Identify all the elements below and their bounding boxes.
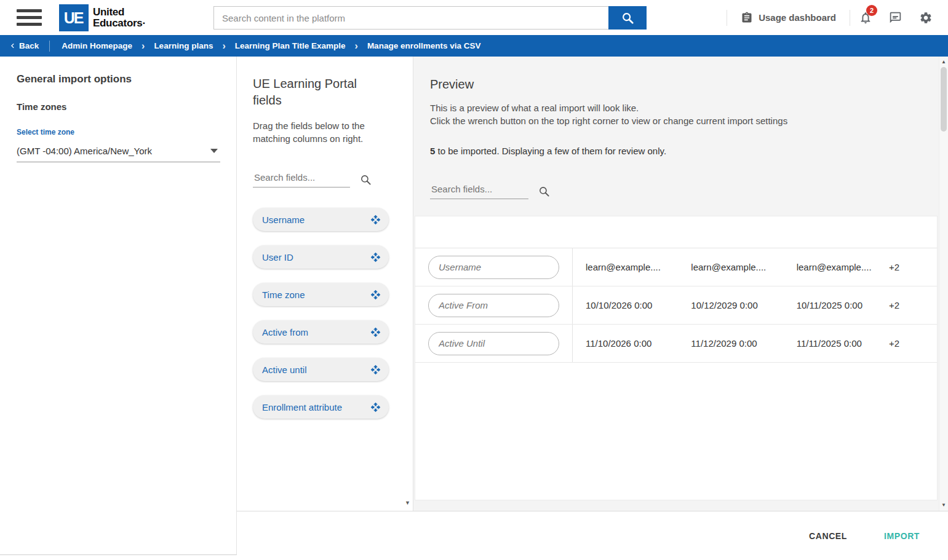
chat-icon: [889, 11, 902, 24]
fields-search: [253, 170, 413, 187]
general-import-options-panel: General import options Time zones Select…: [0, 57, 237, 555]
divider: [49, 41, 50, 52]
field-label: Username: [262, 215, 305, 225]
table-row: 10/10/2026 0:00 10/12/2029 0:00 10/11/20…: [415, 286, 937, 325]
field-mapping-cell: [415, 325, 573, 362]
chevron-right-icon: ›: [222, 41, 225, 51]
field-pill-active-until[interactable]: Active until: [253, 358, 389, 381]
table-cell: 11/12/2029 0:00: [678, 338, 783, 349]
settings-button[interactable]: [910, 0, 941, 35]
more-values-badge: +2: [889, 300, 937, 310]
timezone-select[interactable]: (GMT -04:00) America/New_York: [17, 140, 220, 162]
preview-table-header: [415, 216, 937, 248]
drag-move-icon: [370, 365, 381, 375]
vertical-scrollbar[interactable]: ▲ ▼: [939, 57, 948, 511]
panel-title: General import options: [17, 73, 219, 85]
notification-badge: 2: [866, 5, 877, 16]
brand-line1: United: [93, 7, 146, 18]
table-row: learn@example.... learn@example.... lear…: [415, 248, 937, 286]
preview-description-line1: This is a preview of what a real import …: [430, 101, 911, 114]
preview-title: Preview: [430, 77, 911, 92]
back-button[interactable]: Back: [0, 35, 49, 57]
chevron-right-icon: ›: [141, 41, 145, 51]
drag-move-icon: [370, 290, 381, 300]
breadcrumb: Back Admin Homepage › Learning plans › L…: [0, 35, 948, 57]
preview-header: Preview This is a preview of what a real…: [413, 57, 948, 199]
breadcrumb-learning-plans[interactable]: Learning plans: [154, 41, 213, 50]
select-timezone-label: Select time zone: [17, 128, 219, 136]
field-drop-target-username[interactable]: [428, 256, 559, 279]
messages-button[interactable]: [880, 0, 910, 35]
preview-search-input[interactable]: [430, 181, 528, 199]
field-pill-user-id[interactable]: User ID: [253, 245, 389, 269]
search-icon: [538, 186, 550, 197]
usage-dashboard-label: Usage dashboard: [759, 12, 836, 23]
chevron-right-icon: ›: [355, 41, 358, 51]
gear-icon: [919, 11, 933, 25]
field-mapping-cell: [415, 248, 573, 286]
drag-move-icon: [370, 215, 381, 225]
scroll-up-arrow-icon[interactable]: ▲: [939, 59, 948, 65]
table-cell: learn@example....: [784, 262, 889, 272]
more-values-badge: +2: [889, 262, 937, 272]
search-button[interactable]: [608, 6, 647, 30]
cancel-button[interactable]: CANCEL: [809, 531, 847, 541]
preview-table: learn@example.... learn@example.... lear…: [415, 216, 938, 500]
drag-move-icon: [370, 252, 381, 262]
brand-name: United Educators·: [93, 7, 146, 29]
back-label: Back: [19, 41, 39, 50]
table-cell: 10/11/2025 0:00: [784, 300, 889, 310]
field-pill-active-from[interactable]: Active from: [253, 320, 389, 344]
table-cell: 10/10/2026 0:00: [573, 300, 678, 310]
breadcrumb-admin-homepage[interactable]: Admin Homepage: [62, 41, 132, 50]
field-label: Time zone: [262, 290, 305, 300]
preview-description-line2: Click the wrench button on the top right…: [430, 114, 911, 127]
clipboard-icon: [741, 12, 753, 24]
brand-line2: Educators·: [93, 18, 146, 29]
search-input[interactable]: [213, 6, 608, 30]
field-pill-enrollment-attribute[interactable]: Enrollment attribute: [253, 395, 389, 419]
timezone-selected-value: (GMT -04:00) America/New_York: [17, 146, 152, 156]
table-cell: learn@example....: [573, 262, 678, 272]
field-mapping-cell: [415, 286, 573, 324]
field-drop-target-active-until[interactable]: [428, 332, 559, 355]
chevron-left-icon: [8, 41, 17, 50]
breadcrumb-manage-enrollments[interactable]: Manage enrollments via CSV: [367, 41, 481, 50]
scroll-down-arrow-icon[interactable]: ▼: [405, 500, 410, 506]
field-pill-username[interactable]: Username: [253, 208, 389, 231]
drag-move-icon: [370, 402, 381, 412]
drag-move-icon: [370, 327, 381, 337]
fields-search-input[interactable]: [253, 170, 350, 187]
fields-panel-instructions: Drag the fields below to the matching co…: [253, 119, 382, 145]
ue-logo-icon: UE: [59, 4, 89, 31]
import-button[interactable]: IMPORT: [884, 531, 920, 541]
field-label: Active until: [262, 365, 307, 375]
import-count-line: 5 to be imported. Displaying a few of th…: [430, 146, 911, 156]
search-icon: [621, 11, 634, 25]
field-pill-time-zone[interactable]: Time zone: [253, 283, 389, 306]
scrollbar-thumb[interactable]: [941, 67, 947, 132]
breadcrumb-trail: Admin Homepage › Learning plans › Learni…: [62, 41, 480, 51]
global-search: [213, 6, 647, 30]
chevron-down-icon: [210, 149, 218, 153]
table-row: 11/10/2026 0:00 11/12/2029 0:00 11/11/20…: [415, 325, 937, 363]
field-label: Enrollment attribute: [262, 402, 342, 412]
brand-logo: UE United Educators·: [59, 4, 146, 31]
hamburger-menu-icon[interactable]: [17, 9, 42, 26]
table-cell: learn@example....: [678, 262, 783, 272]
usage-dashboard-button[interactable]: Usage dashboard: [727, 0, 850, 35]
top-header: UE United Educators· Usage dashboard: [0, 0, 948, 35]
field-drop-target-active-from[interactable]: [428, 294, 559, 317]
footer-action-bar: CANCEL IMPORT: [237, 511, 948, 560]
more-values-badge: +2: [889, 338, 937, 349]
field-label: Active from: [262, 327, 308, 337]
breadcrumb-learning-plan-title[interactable]: Learning Plan Title Example: [235, 41, 346, 50]
scroll-down-arrow-icon[interactable]: ▼: [939, 502, 948, 508]
table-cell: 10/12/2029 0:00: [678, 300, 783, 310]
import-count-text: to be imported. Displaying a few of them…: [435, 146, 666, 156]
fields-panel-title: UE Learning Portal fields: [253, 76, 376, 109]
preview-search: [430, 181, 911, 199]
field-label: User ID: [262, 252, 293, 262]
search-icon: [360, 174, 372, 186]
notifications-button[interactable]: 2: [850, 0, 880, 35]
